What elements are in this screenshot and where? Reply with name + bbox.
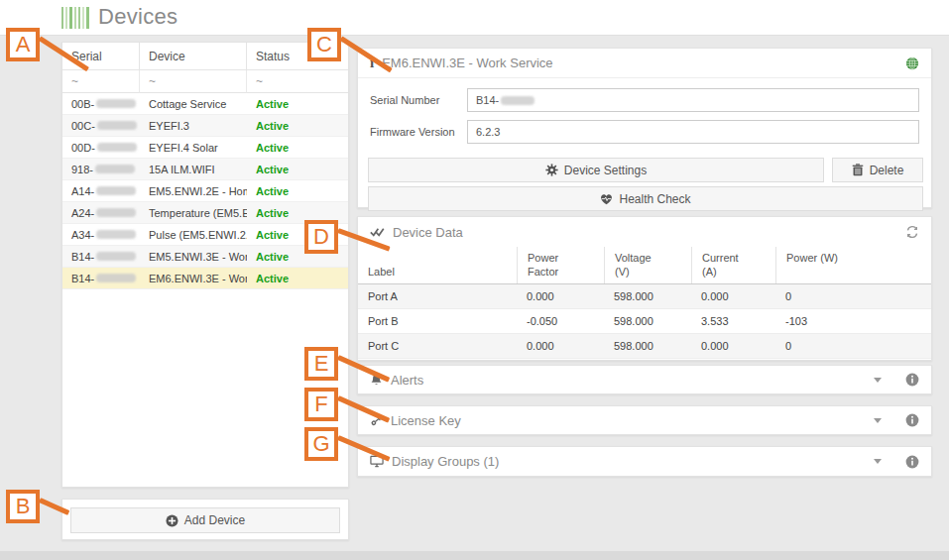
- plus-circle-icon: [166, 514, 178, 527]
- column-header-device[interactable]: Device: [140, 43, 247, 70]
- filter-serial-input[interactable]: ~: [62, 70, 140, 93]
- filter-status-input[interactable]: ~: [247, 70, 348, 93]
- annotation-f: F: [304, 388, 338, 421]
- page-title: Devices: [98, 4, 178, 30]
- redacted-serial: [96, 274, 136, 282]
- add-device-panel: Add Device: [61, 499, 349, 540]
- double-check-icon: [370, 226, 385, 238]
- license-key-section[interactable]: License Key: [357, 405, 932, 435]
- device-data-row: Port A 0.000 598.000 0.000 0: [358, 284, 931, 309]
- device-data-header: Device Data: [358, 217, 931, 247]
- column-header-power-factor: Power Factor: [517, 247, 604, 283]
- device-data-title: Device Data: [393, 225, 463, 240]
- info-circle-icon[interactable]: [905, 455, 919, 469]
- device-data-row: Port C 0.000 598.000 0.000 0: [358, 334, 931, 359]
- chevron-down-icon[interactable]: [874, 418, 882, 423]
- device-data-column-headers: Label Power Factor Voltage (V) Current (…: [358, 247, 931, 284]
- redacted-serial: [96, 230, 136, 239]
- device-row[interactable]: 00B- Cottage Service Active: [62, 93, 348, 115]
- globe-online-icon: [905, 56, 919, 70]
- status-badge: Active: [247, 93, 348, 114]
- annotation-b: B: [6, 490, 40, 523]
- serial-number-label: Serial Number: [370, 94, 467, 106]
- device-row[interactable]: 918- 15A ILM.WIFI Active: [62, 159, 348, 180]
- device-table-filter-row: ~ ~ ~: [62, 70, 348, 93]
- alerts-label: Alerts: [391, 373, 423, 388]
- firmware-version-label: Firmware Version: [370, 126, 467, 138]
- delete-button[interactable]: Delete: [832, 158, 923, 182]
- chevron-down-icon[interactable]: [874, 459, 882, 464]
- serial-number-input[interactable]: B14-: [467, 88, 919, 112]
- redacted-serial: [96, 252, 136, 261]
- device-row[interactable]: A14- EM5.ENWI.2E - Hom... Active: [62, 180, 348, 202]
- device-row[interactable]: 00D- EYEFI.4 Solar Active: [62, 137, 348, 159]
- redacted-serial: [96, 186, 136, 195]
- device-detail-title: EM6.ENWI.3E - Work Service: [382, 56, 552, 70]
- health-check-button[interactable]: Health Check: [368, 186, 923, 211]
- heart-pulse-icon: [600, 193, 613, 205]
- barcode-logo-icon: [61, 7, 89, 29]
- top-bar: Devices: [0, 0, 949, 36]
- device-settings-button[interactable]: Device Settings: [368, 158, 824, 182]
- info-circle-icon[interactable]: [905, 413, 919, 427]
- status-badge: Active: [247, 180, 348, 201]
- alerts-section[interactable]: Alerts: [357, 365, 932, 394]
- redacted-serial: [97, 121, 137, 130]
- display-groups-label: Display Groups (1): [392, 454, 499, 469]
- redacted-serial: [97, 143, 137, 152]
- add-device-button[interactable]: Add Device: [70, 507, 340, 533]
- device-data-row: Port B -0.050 598.000 3.533 -103: [358, 309, 931, 334]
- status-badge: Active: [247, 268, 348, 288]
- annotation-a: A: [6, 28, 40, 61]
- status-badge: Active: [247, 137, 348, 158]
- display-groups-section[interactable]: Display Groups (1): [357, 446, 932, 477]
- chevron-down-icon[interactable]: [874, 378, 882, 383]
- column-header-current: Current (A): [691, 247, 775, 283]
- redacted-serial: [96, 99, 136, 108]
- annotation-e: E: [304, 347, 338, 381]
- annotation-d: D: [304, 220, 338, 254]
- redacted-serial: [95, 165, 135, 173]
- column-header-label: Label: [358, 247, 517, 283]
- status-badge: Active: [247, 115, 348, 136]
- column-header-voltage: Voltage (V): [604, 247, 691, 283]
- device-row-selected[interactable]: B14- EM6.ENWI.3E - Wor... Active: [62, 268, 348, 289]
- info-circle-icon[interactable]: [905, 373, 919, 387]
- device-row[interactable]: 00C- EYEFI.3 Active: [62, 115, 348, 137]
- redacted-serial: [96, 208, 136, 217]
- device-data-panel: Device Data Label Power Factor Voltage (…: [357, 216, 932, 361]
- annotation-c: C: [307, 28, 341, 61]
- annotation-g: G: [304, 427, 338, 461]
- firmware-version-input[interactable]: 6.2.3: [467, 120, 919, 144]
- device-detail-header: i EM6.ENWI.3E - Work Service: [358, 49, 931, 78]
- filter-device-input[interactable]: ~: [140, 70, 247, 93]
- column-header-power: Power (W): [775, 247, 931, 283]
- status-badge: Active: [247, 159, 348, 179]
- bottom-strip: [0, 551, 949, 560]
- device-table-header: Serial Device Status: [62, 43, 348, 70]
- column-header-serial[interactable]: Serial: [62, 43, 140, 70]
- firmware-version-field-row: Firmware Version 6.2.3: [370, 120, 919, 144]
- redacted-serial: [501, 96, 534, 105]
- device-detail-panel: i EM6.ENWI.3E - Work Service Serial Numb…: [357, 48, 932, 208]
- license-key-label: License Key: [391, 413, 461, 428]
- trash-icon: [852, 164, 864, 176]
- serial-number-field-row: Serial Number B14-: [370, 88, 919, 112]
- refresh-icon[interactable]: [905, 225, 919, 239]
- gear-icon: [545, 164, 558, 176]
